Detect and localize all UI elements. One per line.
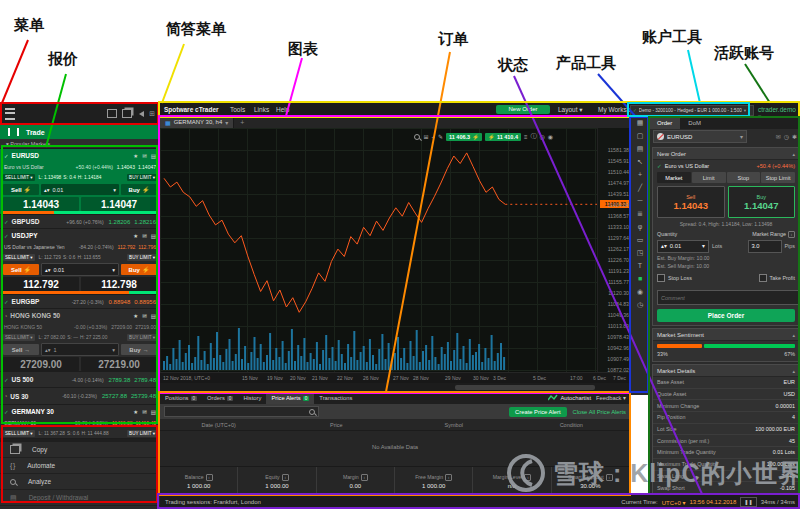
quicktrade-grid-icon[interactable]: ⊞	[149, 110, 155, 118]
message-icon[interactable]: ✉	[142, 153, 147, 159]
chart-grid-icon[interactable]: ▦	[637, 119, 644, 126]
open-chart-icon[interactable]: ▤	[151, 233, 156, 239]
sell-limit-button[interactable]: SELL LIMIT ▾	[3, 174, 35, 181]
trade-section-header[interactable]: Trade	[0, 125, 160, 139]
tab-transactions[interactable]: Transactions	[314, 392, 357, 404]
buy-button[interactable]: Buy⚡	[121, 184, 157, 195]
type-limit[interactable]: Limit	[692, 172, 726, 183]
sidebar-item-copy[interactable]: Copy	[0, 442, 160, 458]
tab-orders[interactable]: Orders0	[202, 392, 238, 404]
quantity-stepper[interactable]: ▴▾0.01▾	[41, 184, 119, 195]
favorite-star-icon[interactable]: ★	[133, 313, 138, 319]
account-selector[interactable]: ✓ Demo - 3200100 - Hedged - EUR 1 000.00…	[630, 105, 754, 116]
sidebar-item-analyze[interactable]: Analyze	[0, 474, 160, 490]
menu-links[interactable]: Links	[254, 106, 269, 113]
open-chart-icon[interactable]: ▤	[151, 409, 156, 415]
sell-limit-button[interactable]: SELL LIMIT ▾	[3, 430, 35, 437]
quote-row-gbpusd[interactable]: ✓ GBPUSD +96.60 (+0.76%) 1.28206 1.28216	[0, 215, 160, 229]
sell-button[interactable]: Sell⚡	[3, 264, 39, 275]
col-condition[interactable]: Condition	[513, 422, 631, 428]
message-icon[interactable]: ✉	[142, 409, 147, 415]
tab-positions[interactable]: Positions0	[160, 392, 202, 404]
autochartist-link[interactable]: Autochartist	[560, 395, 591, 401]
info-icon[interactable]: i	[206, 474, 213, 481]
horizontal-line-icon[interactable]: ─	[638, 197, 643, 204]
zoom-icon[interactable]	[414, 134, 420, 140]
message-icon[interactable]: ✉	[776, 133, 781, 140]
sidebar-item-deposit[interactable]: ▤ Deposit / Withdrawal	[0, 490, 160, 506]
chart-canvas[interactable]: ⊞ + ✎ 11 406.3⚡ ⚡11 410.4 ≡ ⓘ ◷ ◉	[160, 128, 597, 372]
layout-grid-icon[interactable]: ⊞	[423, 133, 428, 140]
quantity-stepper[interactable]: ▴▾0.01▾	[41, 263, 119, 276]
feedback-link[interactable]: Feedback ▾	[596, 395, 626, 401]
card-title[interactable]: Market Sentiment▴	[653, 329, 799, 341]
type-stop[interactable]: Stop	[727, 172, 761, 183]
chart-scrollbar[interactable]	[160, 383, 630, 392]
quote-row-us30[interactable]: ◔ US 30 -60.10 (-0.23%) 25727.88 25739.4…	[0, 388, 160, 405]
bid-price[interactable]: 112.792	[3, 277, 79, 291]
quote-row-us500[interactable]: ✓ US 500 -4.00 (-0.14%) 2789.38 2789.48	[0, 372, 160, 388]
gear-icon[interactable]: ✱	[792, 133, 797, 140]
detach-icon[interactable]	[107, 109, 117, 118]
sell-button[interactable]: Sell→	[3, 344, 39, 355]
new-order-button[interactable]: New Order	[496, 105, 550, 114]
info-icon[interactable]: i	[445, 474, 452, 481]
crosshair-icon[interactable]: +	[431, 134, 435, 140]
text-tool-icon[interactable]: T	[638, 262, 642, 269]
quantity-stepper[interactable]: ▴▾0.01▾	[657, 240, 709, 253]
sell-limit-button[interactable]: SELL LIMIT ▾	[3, 254, 35, 261]
chart-buy-button[interactable]: ⚡11 410.4	[485, 133, 521, 141]
timezone-selector[interactable]: UTC+0 ▾	[662, 499, 686, 506]
info-icon[interactable]: i	[788, 231, 795, 238]
timeframe-icon[interactable]: ▤	[637, 145, 644, 152]
buy-limit-button[interactable]: BUY LIMIT ▾	[127, 334, 157, 341]
tab-price-alerts[interactable]: Price Alerts0	[266, 392, 314, 404]
info-icon[interactable]: i	[282, 474, 289, 481]
ask-price[interactable]: 1.14047	[81, 197, 157, 211]
range-stepper[interactable]: 3.0	[748, 240, 782, 253]
menu-help[interactable]: Help	[276, 106, 289, 113]
quantity-stepper[interactable]: ▴▾1▾	[41, 343, 119, 356]
sell-price-box[interactable]: Sell 1.14043	[657, 186, 725, 218]
sidebar-item-automate[interactable]: { } Automate	[0, 458, 160, 474]
snapshot-icon[interactable]: ◉	[548, 133, 553, 140]
price-axis[interactable]: 11406.33 11581.3811545.9111510.4411474.9…	[597, 128, 631, 372]
tab-history[interactable]: History	[238, 392, 266, 404]
search-input[interactable]	[165, 408, 309, 416]
crosshair-icon[interactable]: +	[638, 171, 642, 178]
rectangle-icon[interactable]: ▭	[637, 236, 644, 243]
info-icon[interactable]: ⓘ	[531, 132, 537, 141]
collapse-icon[interactable]: ▴	[792, 151, 795, 157]
col-price[interactable]: Price	[278, 422, 396, 428]
create-price-alert-button[interactable]: Create Price Alert	[509, 407, 566, 417]
alert-icon[interactable]: ◷	[784, 133, 789, 140]
col-date[interactable]: Date (UTC+0)	[160, 422, 278, 428]
cursor-icon[interactable]: ↖	[637, 158, 643, 165]
type-market[interactable]: Market	[657, 172, 691, 183]
snapshot-icon[interactable]: ◉	[637, 288, 643, 295]
card-title[interactable]: New Order▴	[653, 148, 799, 160]
tab-dom[interactable]: DoM	[680, 116, 709, 129]
type-stop-limit[interactable]: Stop Limit	[761, 172, 795, 183]
info-icon[interactable]: i	[361, 474, 368, 481]
symbol-selector[interactable]: EURUSD ▾	[653, 130, 747, 143]
bid-price[interactable]: 27209.00	[3, 357, 79, 371]
place-order-button[interactable]: Place Order	[657, 309, 795, 322]
scrollbar-handle[interactable]	[455, 385, 595, 390]
chart-type-icon[interactable]: ▢	[637, 132, 644, 139]
color-swatch-icon[interactable]: ■	[638, 275, 642, 282]
open-chart-icon[interactable]: ▤	[151, 153, 156, 159]
message-icon[interactable]: ✉	[142, 233, 147, 239]
layout-menu[interactable]: Layout ▾	[558, 106, 583, 114]
draw-icon[interactable]: ✎	[438, 133, 443, 140]
favorite-star-icon[interactable]: ★	[133, 409, 138, 415]
chart-sell-button[interactable]: 11 406.3⚡	[446, 133, 482, 141]
ask-price[interactable]: 27219.00	[81, 357, 157, 371]
favorite-star-icon[interactable]: ★	[133, 153, 138, 159]
market-group-header[interactable]: ▾ Popular Markets	[0, 139, 160, 149]
open-chart-icon[interactable]: ▤	[151, 313, 156, 319]
fibonacci-icon[interactable]: φ	[638, 223, 643, 230]
buy-limit-button[interactable]: BUY LIMIT ▾	[127, 430, 157, 437]
quote-row-eurgbp[interactable]: ✓ EURGBP -27.20 (-0.3%) 0.88948 0.88956	[0, 295, 160, 309]
stop-loss-checkbox[interactable]	[657, 274, 665, 282]
